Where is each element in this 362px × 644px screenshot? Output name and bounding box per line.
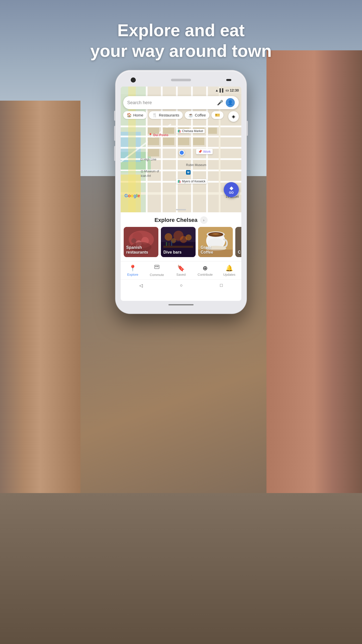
- svg-rect-5: [121, 136, 241, 137]
- proximity-sensor: [226, 79, 231, 81]
- map-layers-button[interactable]: ◈: [228, 111, 239, 122]
- rubin-museum-label[interactable]: Rubin Museum: [186, 163, 206, 167]
- phone-screen: ▲ ▌▌ ▭ 12:30 Search here 🎤 👤: [121, 87, 241, 301]
- power-button: [246, 121, 248, 136]
- volume-silent-button: [114, 111, 116, 121]
- highline-text: High Line: [144, 158, 156, 161]
- museum-label[interactable]: ⊡ Museum of: [141, 170, 159, 173]
- explore-section: Explore Chelsea ›: [121, 212, 241, 261]
- explore-header: Explore Chelsea ›: [121, 212, 241, 227]
- dive-bars-card[interactable]: Dive bars: [161, 227, 196, 257]
- wifi-icon: ▲: [215, 88, 218, 92]
- background-building-right: [266, 50, 362, 503]
- recents-button[interactable]: □: [220, 283, 223, 288]
- nav-contribute[interactable]: ⊕ Contribute: [193, 265, 217, 276]
- museum-icon: ⊡: [141, 170, 143, 173]
- svg-rect-45: [166, 242, 167, 246]
- updates-nav-label: Updates: [223, 273, 235, 276]
- tickets-chip-icon: 🎫: [215, 113, 220, 117]
- spanish-label-line1: Spanish: [126, 245, 142, 250]
- svg-rect-60: [157, 266, 158, 267]
- category-chips-row: 🏠 Home 🍴 Restaurants ☕ Coffee 🎫: [123, 111, 223, 119]
- chip-restaurants-label: Restaurants: [159, 113, 179, 117]
- myers-keswick-marker[interactable]: 🛍️ Myers of Keswick: [176, 179, 207, 184]
- great-coffee-card-label: Great Coffee: [201, 245, 213, 255]
- chip-coffee[interactable]: ☕ Coffee: [185, 111, 209, 119]
- volume-down-button: [114, 146, 116, 161]
- metro-marker[interactable]: M: [186, 170, 191, 175]
- restaurants-chip-icon: 🍴: [152, 113, 157, 117]
- museum-text: Museum of: [144, 170, 159, 173]
- chip-restaurants[interactable]: 🍴 Restaurants: [149, 111, 183, 119]
- bottom-navigation: 📍 Explore Commute 🔖 Saved: [121, 261, 241, 279]
- more-label: C: [238, 250, 241, 254]
- avatar-icon-symbol: 👤: [228, 100, 233, 105]
- commute-nav-label: Commute: [150, 273, 164, 277]
- del-posto-label[interactable]: 📍 Del Posto: [148, 133, 168, 137]
- nav-updates[interactable]: 🔔 Updates: [217, 265, 241, 276]
- home-indicator-bar: [168, 304, 194, 305]
- location-dot: [179, 150, 185, 155]
- svg-rect-4: [121, 126, 241, 127]
- phone-device: ▲ ▌▌ ▭ 12:30 Search here 🎤 👤: [116, 70, 246, 313]
- rubin-museum-text: Rubin Museum: [186, 163, 206, 167]
- commute-nav-icon: [154, 264, 160, 272]
- g-blue-2: g: [133, 193, 136, 198]
- headline: Explore and eat your way around town: [0, 20, 362, 61]
- spanish-restaurants-card[interactable]: Spanish restaurants: [124, 227, 158, 257]
- map-view[interactable]: ▲ ▌▌ ▭ 12:30 Search here 🎤 👤: [121, 87, 241, 212]
- volume-up-button: [114, 126, 116, 141]
- explore-title-text: Explore Chelsea: [154, 217, 197, 223]
- spanish-card-label: Spanish restaurants: [126, 245, 148, 255]
- great-coffee-label-line1: Great: [201, 245, 211, 250]
- del-posto-text: Del Posto: [153, 133, 168, 137]
- earpiece-speaker: [171, 79, 191, 81]
- g-yellow: o: [131, 193, 133, 198]
- microphone-icon[interactable]: 🎤: [217, 100, 223, 106]
- svg-rect-46: [168, 243, 170, 246]
- home-button[interactable]: ○: [180, 283, 183, 288]
- search-placeholder[interactable]: Search here: [127, 100, 214, 105]
- museum-text-2: ican Art: [141, 174, 151, 178]
- chip-home-label: Home: [133, 113, 143, 117]
- work-label: 📌 Work: [196, 149, 213, 154]
- shopping-icon: 🛍️: [177, 129, 181, 133]
- dive-bars-card-label: Dive bars: [163, 250, 182, 255]
- background-building-left: [0, 101, 80, 503]
- user-location-marker: [179, 150, 185, 155]
- search-bar[interactable]: Search here 🎤 👤: [123, 96, 239, 109]
- chip-more[interactable]: 🎫: [211, 111, 223, 119]
- phone-bottom-bar: [121, 301, 241, 308]
- chelsea-market-label: Chelsea Market: [182, 129, 203, 133]
- time-display: 12:30: [230, 88, 239, 92]
- front-camera: [131, 77, 136, 83]
- coffee-chip-icon: ☕: [188, 113, 193, 117]
- work-marker[interactable]: 📌 Work: [196, 149, 213, 154]
- android-navbar: ◁ ○ □: [121, 279, 241, 291]
- go-navigation-button[interactable]: ◆ GO: [224, 182, 239, 197]
- g-red-2: e: [138, 193, 140, 198]
- work-text: Work: [203, 150, 211, 153]
- highline-label[interactable]: ⊡ High Line: [140, 158, 156, 161]
- great-coffee-label-line2: Coffee: [201, 250, 213, 254]
- nav-saved[interactable]: 🔖 Saved: [169, 265, 193, 276]
- contribute-nav-icon: ⊕: [203, 265, 208, 272]
- great-coffee-card[interactable]: Great Coffee: [198, 227, 233, 257]
- museum-label-2: ican Art: [141, 174, 151, 178]
- phone-wrapper: ▲ ▌▌ ▭ 12:30 Search here 🎤 👤: [116, 70, 246, 313]
- nav-explore[interactable]: 📍 Explore: [121, 265, 145, 276]
- updates-nav-icon: 🔔: [225, 265, 233, 272]
- svg-rect-47: [171, 242, 172, 246]
- nav-commute[interactable]: Commute: [145, 264, 169, 277]
- chip-home[interactable]: 🏠 Home: [123, 111, 147, 119]
- svg-point-35: [131, 238, 136, 243]
- svg-point-39: [165, 233, 172, 241]
- layers-icon: ◈: [232, 114, 235, 119]
- contribute-nav-label: Contribute: [198, 273, 213, 276]
- back-button[interactable]: ◁: [139, 283, 143, 288]
- more-card[interactable]: C: [235, 227, 241, 257]
- user-avatar[interactable]: 👤: [226, 98, 235, 107]
- explore-more-button[interactable]: ›: [200, 216, 208, 224]
- chelsea-market-marker[interactable]: 🛍️ Chelsea Market: [176, 129, 205, 133]
- saved-nav-label: Saved: [176, 273, 186, 276]
